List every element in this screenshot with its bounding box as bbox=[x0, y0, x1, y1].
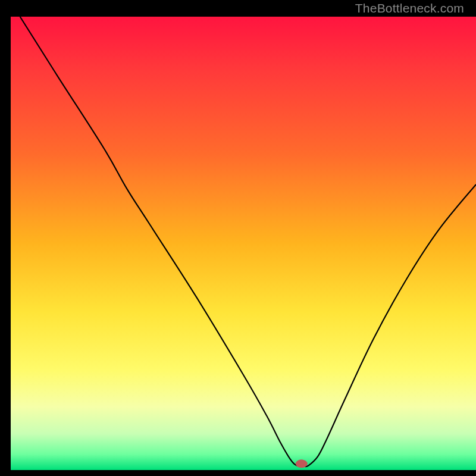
gradient-background bbox=[11, 17, 476, 470]
bottleneck-chart bbox=[0, 0, 476, 476]
watermark-text: TheBottleneck.com bbox=[355, 1, 464, 15]
optimal-point-marker bbox=[296, 459, 308, 468]
chart-stage: TheBottleneck.com bbox=[0, 0, 476, 476]
